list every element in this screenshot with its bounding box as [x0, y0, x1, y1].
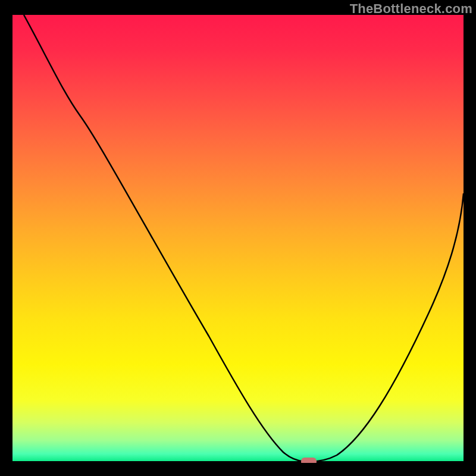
x-axis	[12, 461, 464, 463]
bottleneck-curve	[24, 15, 464, 462]
optimal-marker	[301, 458, 317, 463]
curve-layer	[12, 15, 464, 463]
watermark: TheBottleneck.com	[350, 1, 472, 17]
chart-container: TheBottleneck.com	[0, 0, 476, 476]
